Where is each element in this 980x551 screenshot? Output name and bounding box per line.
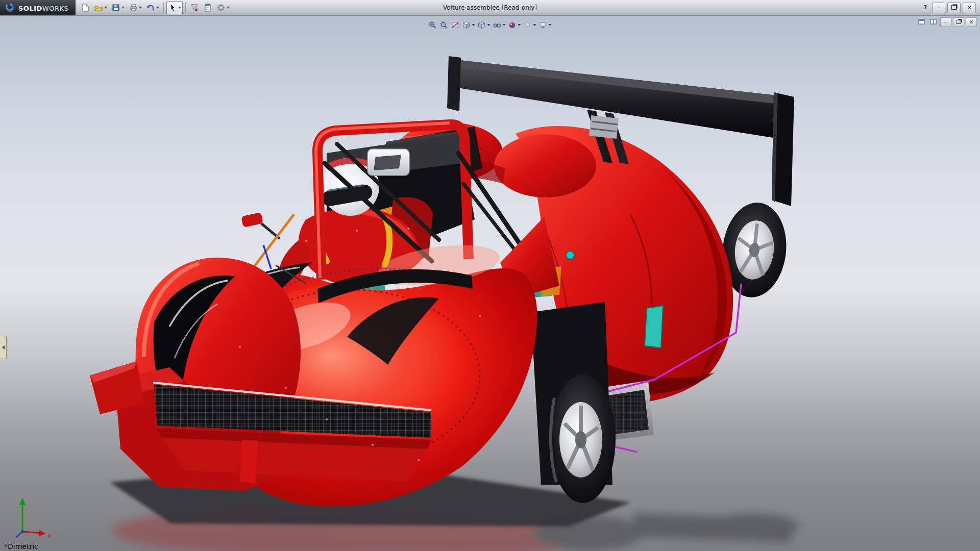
view-orientation-button[interactable] [461,18,476,32]
select-tool-button[interactable] [166,1,183,14]
open-dropdown-caret[interactable] [104,7,107,9]
design-binder-button[interactable] [202,1,214,14]
display-style-icon [478,21,486,30]
minimize-button[interactable]: – [932,3,945,13]
edit-appearance-caret[interactable] [518,24,521,26]
split-pane-button[interactable] [928,18,939,27]
doc-minimize-button[interactable]: – [940,17,951,27]
save-button[interactable] [110,1,126,14]
window-title: Voiture assemblee [Read-only] [443,0,537,15]
options-button[interactable] [215,1,231,14]
brand-text-light: WORKS [42,5,68,12]
rear-wing[interactable] [447,56,793,141]
selection-filter-icon [190,3,199,12]
save-dropdown-caret[interactable] [121,7,125,9]
expand-pane-arrow-icon [2,345,5,349]
feature-pane-icon [918,18,926,26]
view-settings-caret[interactable] [549,24,552,26]
hide-show-items-button[interactable] [492,18,507,32]
display-style-caret[interactable] [487,24,491,26]
display-style-button[interactable] [477,18,492,32]
view-orientation-cube-icon [462,21,471,30]
print-icon [129,3,138,12]
triad-y-axis [19,498,26,505]
graphics-viewport[interactable]: – × x *Dimetric [0,15,980,551]
undo-icon [146,3,155,12]
doc-restore-button[interactable] [953,17,964,27]
feature-pane-button[interactable] [917,18,927,27]
document-window-controls: – × [917,17,977,27]
toolbar-separator [163,3,164,13]
selection-filter-button[interactable] [188,1,201,14]
open-folder-icon [94,3,103,12]
undo-dropdown-caret[interactable] [156,7,159,9]
section-view-button[interactable] [450,18,461,32]
edit-appearance-button[interactable] [507,18,522,32]
3d-model-render[interactable] [0,15,980,551]
print-dropdown-caret[interactable] [139,7,142,9]
toolbar-separator [185,3,186,13]
apply-scene-caret[interactable] [533,24,536,26]
reference-triad: x [7,492,54,539]
apply-scene-button[interactable] [523,18,537,32]
apply-scene-icon [524,21,532,30]
view-orientation-label: *Dimetric [4,542,38,550]
open-button[interactable] [92,1,109,14]
restore-button[interactable] [947,3,961,13]
restore-icon [951,5,957,10]
doc-restore-icon [957,20,961,24]
title-bar: SOLIDWORKS [0,0,980,16]
zoom-in-out-button[interactable] [428,18,438,32]
options-gear-icon [216,3,226,12]
options-dropdown-caret[interactable] [227,7,230,9]
undo-button[interactable] [144,1,161,14]
view-orientation-caret[interactable] [472,24,475,26]
design-binder-icon [203,3,212,12]
zoom-to-fit-icon [440,21,449,30]
zoom-to-fit-button[interactable] [439,18,450,32]
front-wheel[interactable] [550,374,616,503]
section-view-icon [451,21,460,30]
feature-manager-collapsed-tab[interactable] [0,336,7,359]
select-cursor-icon [168,3,177,12]
edit-appearance-ball-icon [508,21,517,30]
new-document-button[interactable] [79,1,91,14]
standard-toolbar [76,0,232,15]
new-document-icon [81,3,90,12]
hide-show-glasses-icon [493,21,502,30]
heads-up-view-toolbar [428,18,553,32]
window-controls: ? – × [921,3,980,13]
select-dropdown-caret[interactable] [178,7,181,9]
wing-endplate[interactable] [772,92,794,206]
split-pane-icon [929,18,938,26]
help-button[interactable]: ? [921,3,930,13]
zoom-in-out-icon [429,21,437,30]
view-settings-button[interactable] [538,18,553,32]
print-button[interactable] [127,1,143,14]
3ds-swirl-icon [4,2,15,13]
hide-show-caret[interactable] [503,24,506,26]
triad-x-label: x [48,532,52,539]
triad-x-axis [39,530,46,536]
side-mirror[interactable] [241,212,280,239]
brand-text-bold: SOLID [18,5,42,12]
close-button[interactable]: × [963,3,976,13]
doc-close-button[interactable]: × [966,17,977,27]
save-icon [111,3,120,12]
view-settings-icon [539,21,548,30]
solidworks-logo: SOLIDWORKS [0,0,76,15]
